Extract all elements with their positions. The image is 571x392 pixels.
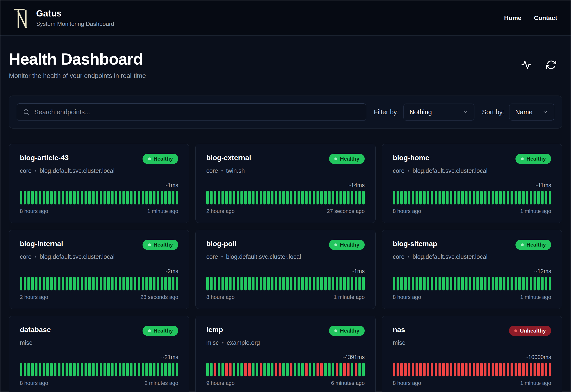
sort-select[interactable]: Name — [509, 104, 554, 121]
endpoint-card[interactable]: blog-sitemap Healthy core • blog.default… — [382, 230, 562, 309]
uptime-bar — [450, 363, 452, 377]
uptime-bar — [20, 363, 22, 377]
uptime-bar — [526, 277, 528, 290]
uptime-bar — [134, 277, 136, 290]
uptime-bar — [77, 363, 79, 377]
uptime-bar — [233, 191, 235, 204]
uptime-bar — [511, 191, 513, 204]
uptime-bar — [263, 191, 266, 204]
uptime-bar — [210, 191, 212, 204]
uptime-bar — [507, 277, 509, 290]
uptime-bar — [412, 191, 414, 204]
uptime-bar — [454, 277, 456, 290]
uptime-bar — [301, 191, 304, 204]
search-box[interactable] — [17, 103, 366, 121]
uptime-bar — [469, 363, 471, 377]
uptime-bar — [43, 363, 45, 377]
page-head-text: Health Dashboard Monitor the health of y… — [9, 50, 146, 80]
uptime-bar — [541, 191, 543, 204]
uptime-bar — [164, 277, 167, 290]
uptime-bar — [393, 277, 395, 290]
uptime-bar — [252, 191, 255, 204]
endpoint-name: blog-internal — [20, 240, 63, 248]
uptime-bar — [351, 363, 353, 377]
uptime-bar — [351, 277, 353, 290]
uptime-bar — [480, 191, 483, 204]
uptime-bar — [24, 191, 26, 204]
uptime-bar — [507, 191, 509, 204]
sort-by-label: Sort by: — [482, 109, 504, 116]
uptime-bar — [66, 191, 68, 204]
uptime-bar — [526, 191, 528, 204]
window-start: 8 hours ago — [206, 294, 235, 300]
uptime-bar — [107, 277, 110, 290]
uptime-bar — [332, 363, 334, 377]
uptime-bar — [438, 191, 441, 204]
uptime-bar — [31, 277, 34, 290]
uptime-bar — [20, 191, 22, 204]
uptime-bar — [328, 191, 331, 204]
uptime-bar — [442, 363, 445, 377]
uptime-bar — [81, 277, 83, 290]
nav-home[interactable]: Home — [504, 14, 522, 22]
endpoint-group: core — [393, 168, 405, 174]
uptime-bar — [69, 191, 72, 204]
endpoint-meta: core • twin.sh — [206, 168, 365, 174]
uptime-bar — [145, 191, 148, 204]
time-window: 9 hours ago 6 minutes ago — [206, 380, 365, 386]
uptime-bar — [267, 363, 270, 377]
uptime-bar — [522, 363, 525, 377]
uptime-bar — [328, 363, 331, 377]
uptime-bar — [161, 191, 163, 204]
endpoint-card[interactable]: blog-internal Healthy core • blog.defaul… — [9, 230, 189, 309]
endpoint-card[interactable]: blog-poll Healthy core • blog.default.sv… — [195, 230, 376, 309]
endpoint-host: twin.sh — [226, 168, 245, 174]
uptime-bar — [397, 191, 399, 204]
gatus-logo-icon — [12, 8, 29, 28]
uptime-bar — [541, 277, 543, 290]
uptime-bar — [107, 191, 110, 204]
meta-separator: • — [35, 254, 37, 260]
uptime-bar — [115, 277, 117, 290]
status-badge: Healthy — [515, 154, 551, 164]
uptime-bar — [408, 191, 410, 204]
endpoint-card[interactable]: icmp Healthy misc • example.org ~4391ms … — [195, 316, 376, 392]
endpoint-card[interactable]: blog-external Healthy core • twin.sh ~14… — [195, 144, 376, 223]
endpoint-card[interactable]: database Healthy misc ~21ms 8 hours ago … — [9, 316, 189, 392]
uptime-bar — [282, 277, 285, 290]
uptime-bar — [130, 191, 133, 204]
uptime-bar — [275, 363, 277, 377]
nav-contact[interactable]: Contact — [534, 14, 557, 22]
endpoint-card[interactable]: nas Unhealthy misc ~10000ms 8 hours ago … — [382, 316, 562, 392]
refresh-icon[interactable] — [546, 60, 556, 70]
top-nav: Home Contact — [504, 14, 557, 22]
uptime-bar — [39, 363, 41, 377]
uptime-bar — [58, 363, 60, 377]
uptime-bar — [88, 363, 91, 377]
uptime-bar — [484, 191, 486, 204]
search-input[interactable] — [34, 109, 360, 116]
uptime-bar — [286, 191, 289, 204]
filter-select[interactable]: Nothing — [404, 104, 474, 121]
endpoint-card[interactable]: blog-home Healthy core • blog.default.sv… — [382, 144, 562, 223]
page-actions — [521, 60, 556, 70]
uptime-bar — [206, 277, 209, 290]
uptime-bar — [81, 363, 83, 377]
uptime-bar — [461, 277, 464, 290]
uptime-bar — [294, 191, 296, 204]
status-label: Unhealthy — [520, 328, 546, 334]
uptime-bar — [275, 191, 277, 204]
uptime-bar — [515, 191, 517, 204]
uptime-bar — [126, 363, 129, 377]
window-start: 9 hours ago — [206, 380, 235, 386]
activity-icon[interactable] — [521, 60, 531, 70]
uptime-bar — [134, 191, 136, 204]
uptime-bar — [35, 191, 37, 204]
uptime-bars — [393, 363, 551, 377]
uptime-bar — [522, 191, 525, 204]
page-title: Health Dashboard — [9, 50, 146, 68]
status-label: Healthy — [340, 242, 359, 248]
endpoint-card[interactable]: blog-article-43 Healthy core • blog.defa… — [9, 144, 189, 223]
uptime-bar — [149, 277, 152, 290]
uptime-bar — [24, 363, 26, 377]
